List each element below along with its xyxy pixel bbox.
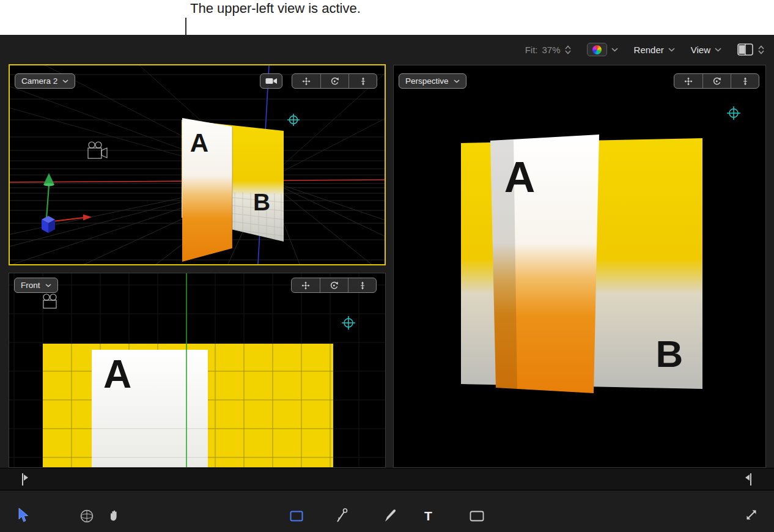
- color-swatch-button: [587, 43, 607, 56]
- view-popup-perspective[interactable]: Perspective: [399, 73, 466, 89]
- chevron-down-icon: [454, 79, 460, 83]
- fit-value: 37%: [542, 45, 561, 55]
- dolly-icon: [741, 77, 750, 86]
- camera-object-icon[interactable]: [43, 294, 56, 308]
- dolly-view-button[interactable]: [731, 74, 759, 88]
- range-start-marker[interactable]: [20, 472, 30, 487]
- object-a-plane[interactable]: A: [92, 350, 208, 467]
- plane-b-letter: B: [253, 189, 270, 215]
- resize-diagonal-icon: [745, 508, 758, 522]
- dolly-view-button[interactable]: [348, 74, 377, 88]
- color-controls-button[interactable]: [587, 43, 618, 56]
- pan-icon: [301, 281, 310, 290]
- dolly-icon: [358, 281, 367, 290]
- view-menu-button[interactable]: View: [691, 45, 721, 55]
- front-scene: A: [9, 273, 385, 467]
- orbit-view-button[interactable]: [320, 74, 348, 88]
- bezier-pen-icon: [335, 508, 348, 523]
- chevron-down-icon: [715, 48, 721, 52]
- world-axis-crosshair-icon: [727, 106, 740, 120]
- render-menu-label: Render: [634, 45, 664, 55]
- view-popup-camera2[interactable]: Camera 2: [15, 73, 75, 89]
- bezier-tool-button[interactable]: [335, 508, 348, 523]
- render-menu-button[interactable]: Render: [634, 45, 675, 55]
- camera2-scene: B A: [10, 65, 385, 264]
- canvas-area: Fit: 37% Render: [0, 35, 774, 532]
- view-popup-front[interactable]: Front: [14, 278, 58, 293]
- expand-view-button[interactable]: [745, 508, 758, 522]
- plane-a-letter: A: [103, 352, 131, 396]
- transform-3d-icon: [79, 509, 94, 523]
- stepper-icon: [758, 45, 764, 54]
- select-arrow-tool-button[interactable]: [17, 508, 29, 523]
- perspective-scene: B A: [394, 65, 765, 467]
- chevron-down-icon: [62, 79, 68, 83]
- orbit-view-button[interactable]: [702, 74, 731, 88]
- object-a-plane[interactable]: A: [182, 118, 232, 262]
- zoom-fit-control[interactable]: Fit: 37%: [525, 45, 571, 55]
- viewport-perspective[interactable]: B A Perspective: [393, 65, 766, 468]
- pan-icon: [684, 77, 693, 86]
- layout-selector-button[interactable]: [737, 43, 764, 56]
- text-tool-label: T: [424, 509, 432, 523]
- viewport-camera2-active[interactable]: B A Camera 2: [9, 64, 386, 265]
- brush-icon: [384, 508, 397, 523]
- chevron-down-icon: [45, 284, 51, 287]
- canvas-toolbar: Fit: 37% Render: [0, 35, 774, 64]
- camera-view-button[interactable]: [260, 73, 282, 89]
- orbit-icon: [330, 281, 339, 290]
- callout-line: [185, 18, 186, 35]
- video-camera-icon: [265, 77, 278, 85]
- color-wheel-icon: [592, 45, 602, 54]
- orbit-icon: [712, 77, 721, 86]
- orbit-icon: [330, 77, 339, 86]
- pan-hand-tool-button[interactable]: [108, 508, 121, 523]
- timeline-track[interactable]: [0, 468, 774, 490]
- adjust-3d-transform-tool-button[interactable]: [79, 509, 94, 523]
- rect-outline-icon: [470, 511, 484, 522]
- pan-icon: [302, 77, 311, 86]
- tools-toolbar: T: [0, 490, 774, 532]
- view-tools-group: [292, 73, 377, 89]
- chevron-down-icon: [668, 48, 675, 52]
- stepper-icon: [565, 45, 571, 54]
- view-popup-label: Camera 2: [21, 76, 57, 86]
- plane-b-letter: B: [656, 333, 684, 375]
- chevron-down-icon: [611, 48, 618, 52]
- view-tools-group: [674, 73, 759, 89]
- viewport-front[interactable]: A Front: [9, 273, 386, 468]
- rectangle-tool-button[interactable]: [290, 511, 303, 522]
- range-end-marker[interactable]: [743, 472, 753, 487]
- split-layout-icon: [737, 43, 754, 56]
- view-tools-group: [291, 278, 377, 293]
- world-axis-crosshair-icon: [342, 316, 355, 330]
- motion-canvas-window: The upper-left view is active. Fit: 37%: [0, 0, 774, 532]
- view-popup-label: Front: [21, 281, 40, 290]
- pan-view-button[interactable]: [292, 278, 320, 292]
- plane-a-letter: A: [190, 128, 208, 157]
- plane-a-letter: A: [504, 153, 536, 201]
- rectangle-icon: [290, 511, 303, 522]
- text-tool-button[interactable]: T: [424, 509, 432, 523]
- pan-view-button[interactable]: [292, 74, 320, 88]
- fit-label: Fit:: [525, 45, 538, 55]
- world-axis-crosshair-icon: [287, 114, 300, 126]
- select-arrow-icon: [17, 508, 29, 523]
- mask-rectangle-tool-button[interactable]: [470, 511, 484, 522]
- orbit-view-button[interactable]: [320, 278, 348, 292]
- dolly-icon: [359, 77, 367, 86]
- dolly-view-button[interactable]: [348, 278, 376, 292]
- paint-stroke-tool-button[interactable]: [384, 508, 397, 523]
- annotation-text: The upper-left view is active.: [190, 1, 361, 17]
- view-popup-label: Perspective: [405, 76, 449, 86]
- view-menu-label: View: [691, 45, 710, 55]
- pan-view-button[interactable]: [674, 74, 702, 88]
- hand-icon: [108, 508, 121, 523]
- object-a-plane[interactable]: A: [490, 135, 599, 393]
